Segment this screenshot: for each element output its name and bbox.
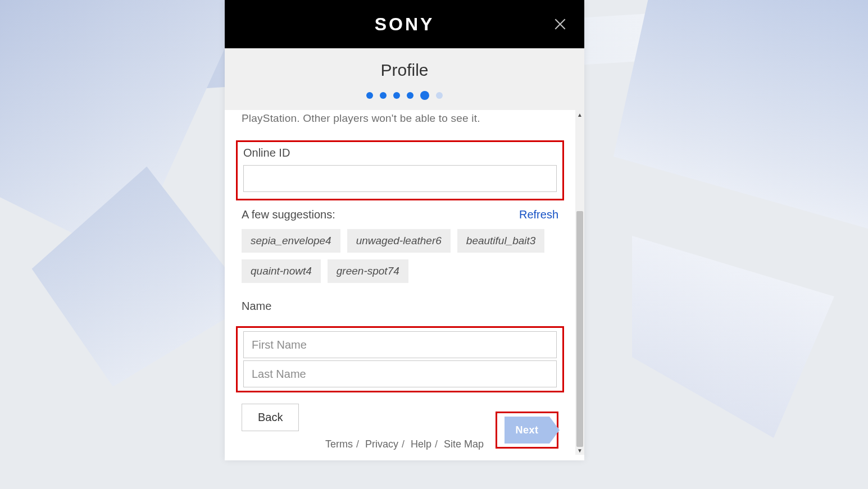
modal-footer: Terms/ Privacy/ Help/ Site Map: [225, 428, 584, 460]
modal-header: SONY: [225, 0, 584, 48]
scroll-thumb[interactable]: [576, 211, 583, 447]
first-name-input[interactable]: [243, 331, 557, 358]
suggestion-chip[interactable]: sepia_envelope4: [242, 229, 340, 253]
back-button[interactable]: Back: [242, 404, 299, 431]
online-id-section: Online ID: [236, 140, 564, 200]
signup-modal: SONY Profile PlayStation. Other players …: [225, 0, 584, 460]
step-dot: [407, 92, 413, 99]
online-id-input[interactable]: [243, 165, 557, 192]
close-button[interactable]: [551, 15, 570, 34]
refresh-link[interactable]: Refresh: [519, 208, 558, 221]
last-name-input[interactable]: [243, 360, 557, 387]
modal-subheader: Profile: [225, 48, 584, 110]
step-dot-future: [436, 92, 443, 99]
modal-body: PlayStation. Other players won't be able…: [225, 110, 575, 455]
description-text: PlayStation. Other players won't be able…: [242, 112, 558, 125]
suggestion-chip[interactable]: quaint-nowt4: [242, 259, 321, 283]
footer-terms-link[interactable]: Terms: [325, 438, 353, 450]
name-section: [236, 326, 564, 392]
step-dot: [393, 92, 400, 99]
step-dot: [366, 92, 373, 99]
footer-sitemap-link[interactable]: Site Map: [444, 438, 484, 450]
online-id-label: Online ID: [243, 147, 557, 159]
name-label: Name: [242, 300, 558, 313]
suggestion-chip[interactable]: beautiful_bait3: [457, 229, 545, 253]
suggestion-chip[interactable]: unwaged-leather6: [347, 229, 451, 253]
sony-logo: SONY: [375, 14, 435, 35]
scrollbar[interactable]: ▲ ▼: [575, 110, 584, 455]
page-title: Profile: [225, 61, 584, 80]
footer-help-link[interactable]: Help: [411, 438, 431, 450]
scroll-up-arrow-icon[interactable]: ▲: [575, 110, 584, 119]
suggestion-chips: sepia_envelope4 unwaged-leather6 beautif…: [242, 229, 558, 283]
footer-privacy-link[interactable]: Privacy: [365, 438, 398, 450]
suggestion-chip[interactable]: green-spot74: [328, 259, 408, 283]
suggestions-label: A few suggestions:: [242, 208, 335, 221]
close-icon: [553, 17, 567, 31]
step-dot: [380, 92, 387, 99]
progress-steps: [225, 92, 584, 101]
step-dot-current: [420, 91, 429, 100]
